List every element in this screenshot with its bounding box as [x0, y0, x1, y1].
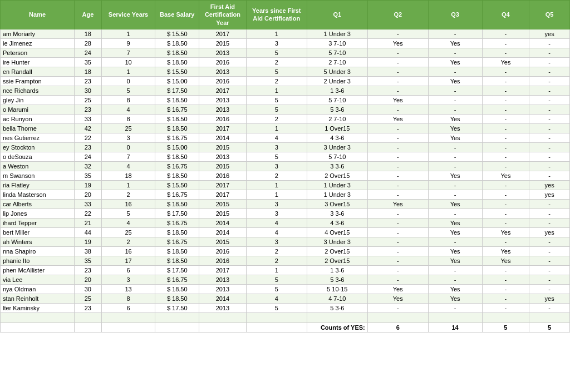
table-cell: 2: [246, 76, 307, 86]
table-cell: 2: [101, 190, 155, 199]
table-cell: Yes: [367, 294, 428, 303]
table-cell: -: [482, 199, 529, 209]
table-cell: 1 Under 3: [307, 180, 367, 190]
table-cell: 5 3-6: [307, 105, 367, 114]
table-row: ac Runyon338$ 18.50201622 7-10YesYes--: [1, 114, 570, 123]
table-cell: 2013: [199, 284, 247, 294]
table-cell: -: [482, 123, 529, 133]
table-cell: -: [482, 294, 529, 303]
table-row: nes Gutierrez223$ 16.75201444 3-6-Yes--: [1, 133, 570, 142]
table-cell: phen McAllister: [1, 265, 75, 275]
table-cell: -: [529, 38, 570, 48]
table-cell: 5 3-6: [307, 303, 367, 312]
table-cell: bert Miller: [1, 227, 75, 237]
table-cell: -: [482, 95, 529, 105]
table-cell: 7: [101, 48, 155, 57]
table-cell: 2: [246, 256, 307, 265]
table-cell: yes: [529, 190, 570, 199]
table-cell: 3: [246, 38, 307, 48]
table-cell: 2013: [199, 105, 247, 114]
table-cell: -: [428, 152, 482, 161]
table-cell: 3 Under 3: [307, 142, 367, 152]
table-cell: 1: [246, 86, 307, 95]
header-row: Name Age Service Years Base Salary First…: [1, 1, 570, 29]
table-cell: nna Shapiro: [1, 246, 75, 256]
table-cell: 2: [101, 237, 155, 246]
table-cell: Yes: [428, 199, 482, 209]
table-cell: 2015: [199, 199, 247, 209]
table-cell: gley Jin: [1, 95, 75, 105]
table-cell: -: [367, 29, 428, 38]
table-cell: 4 7-10: [307, 294, 367, 303]
table-cell: -: [529, 246, 570, 256]
table-cell: -: [529, 209, 570, 218]
table-cell: -: [529, 161, 570, 171]
table-cell: $ 17.50: [155, 303, 199, 312]
header-q1: Q1: [307, 1, 367, 29]
table-cell: $ 18.50: [155, 246, 199, 256]
table-cell: $ 18.50: [155, 152, 199, 161]
table-cell: -: [529, 303, 570, 312]
table-cell: 6: [101, 303, 155, 312]
table-cell: 2014: [199, 294, 247, 303]
table-cell: 2 Over15: [307, 256, 367, 265]
table-cell: 20: [75, 190, 101, 199]
table-cell: 4: [101, 161, 155, 171]
table-cell: 2015: [199, 237, 247, 246]
table-cell: 23: [75, 105, 101, 114]
table-cell: -: [367, 161, 428, 171]
table-cell: Yes: [428, 218, 482, 227]
table-cell: 5 7-10: [307, 48, 367, 57]
table-cell: 4 3-6: [307, 133, 367, 142]
table-row: m Swanson3518$ 18.50201622 Over15-YesYes…: [1, 171, 570, 180]
table-cell: 19: [75, 180, 101, 190]
header-q5: Q5: [529, 1, 570, 29]
table-cell: 19: [75, 237, 101, 246]
header-name: Name: [1, 1, 75, 29]
table-row: nya Oldman3013$ 18.50201355 10-15YesYes-…: [1, 284, 570, 294]
table-cell: Yes: [428, 133, 482, 142]
table-row: bella Thorne4225$ 18.50201711 Over15-Yes…: [1, 123, 570, 133]
table-cell: 2015: [199, 38, 247, 48]
table-cell: 5: [246, 48, 307, 57]
table-cell: stan Reinholt: [1, 294, 75, 303]
table-cell: car Alberts: [1, 199, 75, 209]
table-cell: -: [482, 105, 529, 114]
table-cell: -: [367, 123, 428, 133]
table-cell: -: [482, 180, 529, 190]
table-cell: -: [367, 76, 428, 86]
table-cell: -: [367, 218, 428, 227]
header-q3: Q3: [428, 1, 482, 29]
table-cell: ire Hunter: [1, 57, 75, 67]
table-cell: $ 18.50: [155, 171, 199, 180]
table-cell: $ 18.50: [155, 38, 199, 48]
table-cell: -: [529, 256, 570, 265]
table-cell: Yes: [367, 114, 428, 123]
table-cell: 2 7-10: [307, 114, 367, 123]
counts-row: Counts of YES:61455: [1, 322, 570, 332]
table-cell: -: [529, 86, 570, 95]
table-cell: 5: [246, 105, 307, 114]
table-cell: -: [482, 76, 529, 86]
table-cell: -: [529, 123, 570, 133]
table-cell: via Lee: [1, 275, 75, 284]
header-age: Age: [75, 1, 101, 29]
header-first-aid-cert-year: First Aid Certification Year: [199, 1, 247, 29]
table-cell: -: [367, 86, 428, 95]
table-cell: Yes: [367, 95, 428, 105]
table-cell: o deSouza: [1, 152, 75, 161]
table-cell: 1 3-6: [307, 265, 367, 275]
table-cell: yes: [529, 180, 570, 190]
table-cell: -: [367, 227, 428, 237]
table-cell: 2: [246, 57, 307, 67]
table-cell: 2016: [199, 256, 247, 265]
table-cell: 5: [246, 67, 307, 76]
table-cell: 23: [75, 76, 101, 86]
table-cell: 2017: [199, 265, 247, 275]
table-cell: -: [428, 95, 482, 105]
table-cell: -: [428, 180, 482, 190]
table-row: ria Flatley191$ 15.50201711 Under 3---ye…: [1, 180, 570, 190]
header-years-since-first-aid: Years since First Aid Certification: [246, 1, 307, 29]
table-cell: 35: [75, 57, 101, 67]
table-cell: 0: [101, 76, 155, 86]
